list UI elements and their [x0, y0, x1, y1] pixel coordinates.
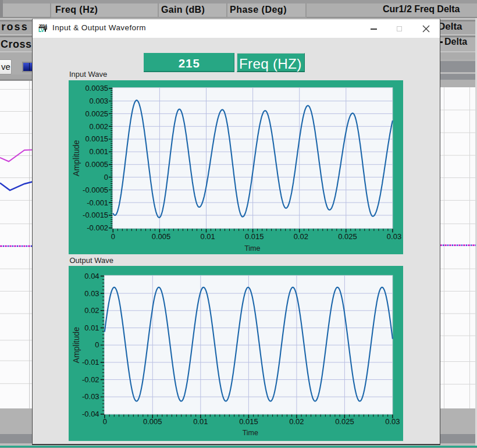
svg-text:Amplitude: Amplitude	[72, 327, 81, 363]
svg-text:0.04: 0.04	[84, 272, 99, 280]
svg-text:Time: Time	[244, 244, 260, 253]
svg-text:LV: LV	[38, 27, 44, 33]
svg-text:0.03: 0.03	[84, 289, 99, 298]
svg-text:0.03: 0.03	[387, 232, 401, 240]
svg-text:0.025: 0.025	[335, 418, 354, 426]
svg-text:0.015: 0.015	[239, 418, 258, 426]
svg-text:0.003: 0.003	[89, 96, 108, 105]
svg-text:0: 0	[104, 172, 108, 181]
svg-text:-0.04: -0.04	[82, 410, 99, 418]
svg-text:0.03: 0.03	[385, 418, 400, 426]
svg-text:0: 0	[111, 232, 115, 240]
svg-text:0.01: 0.01	[84, 323, 99, 332]
svg-text:0: 0	[95, 341, 99, 350]
svg-text:-0.02: -0.02	[82, 375, 99, 384]
svg-text:0: 0	[102, 418, 106, 426]
svg-text:0.01: 0.01	[193, 418, 208, 426]
svg-text:Amplitude: Amplitude	[72, 140, 81, 176]
svg-text:-0.0005: -0.0005	[83, 185, 108, 194]
svg-text:0.005: 0.005	[151, 232, 170, 240]
svg-text:0.02: 0.02	[84, 306, 99, 315]
svg-text:0.0025: 0.0025	[85, 109, 108, 118]
svg-text:-0.03: -0.03	[82, 393, 99, 401]
svg-text:-0.001: -0.001	[87, 198, 108, 207]
svg-text:0.02: 0.02	[289, 418, 304, 426]
svg-text:-0.002: -0.002	[87, 223, 108, 232]
svg-text:0.005: 0.005	[143, 418, 162, 426]
svg-text:0.002: 0.002	[89, 122, 108, 130]
svg-text:0.0015: 0.0015	[85, 134, 108, 143]
svg-text:0.001: 0.001	[89, 147, 108, 156]
svg-text:0.0035: 0.0035	[85, 84, 108, 93]
svg-text:0.015: 0.015	[245, 232, 264, 240]
svg-text:0.025: 0.025	[338, 232, 357, 240]
svg-text:0.01: 0.01	[200, 232, 215, 240]
svg-text:-0.01: -0.01	[82, 358, 99, 367]
svg-text:-0.0015: -0.0015	[83, 211, 108, 219]
svg-text:Time: Time	[242, 429, 258, 437]
svg-text:0.02: 0.02	[293, 232, 308, 240]
svg-text:0.0005: 0.0005	[85, 160, 108, 169]
